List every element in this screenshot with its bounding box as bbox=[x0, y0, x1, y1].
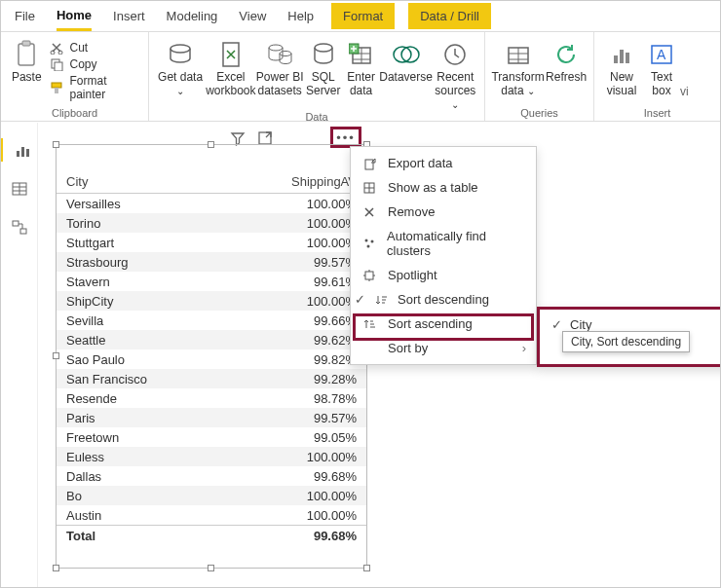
pbi-datasets-button[interactable]: Power BI datasets bbox=[256, 36, 304, 98]
total-label: Total bbox=[57, 526, 227, 546]
table-row[interactable]: Sao Paulo99.82% bbox=[57, 349, 366, 369]
excel-workbook-button[interactable]: Excel workbook bbox=[206, 36, 255, 98]
table-row[interactable]: ShipCity100.00% bbox=[57, 291, 366, 311]
tab-view[interactable]: View bbox=[239, 9, 266, 23]
table-row[interactable]: San Francisco99.28% bbox=[57, 369, 366, 388]
svg-rect-29 bbox=[20, 229, 26, 234]
sql-server-button[interactable]: SQL Server bbox=[304, 36, 343, 98]
table-row[interactable]: Torino100.00% bbox=[57, 213, 366, 233]
ctx-show-as-table[interactable]: Show as a table bbox=[351, 175, 536, 200]
recent-icon bbox=[440, 40, 470, 69]
col-header-shipping[interactable]: ShippingAV bbox=[227, 170, 366, 194]
report-view-icon bbox=[15, 141, 32, 159]
table-row[interactable]: Stuttgart100.00% bbox=[57, 233, 366, 252]
text-box-button[interactable]: A Text box bbox=[643, 36, 680, 98]
table-row[interactable]: Resende98.78% bbox=[57, 388, 366, 408]
new-visual-button[interactable]: New visual bbox=[600, 36, 643, 98]
paste-button[interactable]: Paste bbox=[7, 36, 46, 85]
table-row[interactable]: Paris99.57% bbox=[57, 408, 366, 427]
resize-handle[interactable] bbox=[363, 565, 370, 571]
tab-help[interactable]: Help bbox=[287, 9, 314, 23]
chevron-right-icon: › bbox=[522, 341, 526, 355]
sql-icon bbox=[309, 40, 338, 69]
tab-data-drill[interactable]: Data / Drill bbox=[408, 3, 491, 29]
svg-point-10 bbox=[269, 45, 283, 51]
table-row[interactable]: Versailles100.00% bbox=[57, 194, 366, 214]
dataverse-button[interactable]: Dataverse bbox=[380, 36, 433, 85]
ribbon-group-clipboard: Paste Cut Copy Format painter Clipboard bbox=[1, 32, 149, 121]
paste-icon bbox=[12, 40, 41, 69]
tooltip: City, Sort descending bbox=[562, 331, 690, 352]
report-canvas[interactable]: ••• City ShippingAV Versailles100.00%Tor… bbox=[38, 123, 720, 587]
ctx-find-clusters[interactable]: Automatically find clusters bbox=[351, 224, 536, 263]
dataverse-icon bbox=[392, 40, 421, 69]
copy-button[interactable]: Copy bbox=[50, 57, 142, 71]
transform-icon bbox=[504, 40, 533, 69]
table-row[interactable]: Freetown99.05% bbox=[57, 427, 366, 447]
tab-format[interactable]: Format bbox=[331, 3, 395, 29]
col-header-city[interactable]: City bbox=[57, 170, 227, 194]
format-painter-button[interactable]: Format painter bbox=[50, 74, 142, 101]
ctx-remove[interactable]: Remove bbox=[351, 200, 536, 224]
format-painter-icon bbox=[50, 81, 63, 94]
group-label-clipboard: Clipboard bbox=[7, 107, 142, 121]
table-row[interactable]: Austin100.00% bbox=[57, 505, 366, 526]
ctx-sort-by[interactable]: Sort by › bbox=[351, 336, 536, 360]
model-view-icon bbox=[11, 219, 28, 237]
table-row[interactable]: Strasbourg99.57% bbox=[57, 252, 366, 272]
ctx-sort-descending[interactable]: ✓ Sort descending bbox=[351, 287, 536, 312]
svg-rect-0 bbox=[19, 44, 34, 65]
truncated-label: vi bbox=[680, 36, 689, 98]
table-row[interactable]: Sevilla99.66% bbox=[57, 311, 366, 330]
svg-rect-7 bbox=[55, 88, 58, 93]
pbi-icon bbox=[265, 40, 294, 69]
recent-sources-button[interactable]: Recent sources ⌄ bbox=[433, 36, 478, 111]
resize-handle[interactable] bbox=[53, 352, 59, 359]
table-row[interactable]: Dallas99.68% bbox=[57, 466, 366, 486]
clusters-icon bbox=[360, 237, 377, 250]
transform-data-button[interactable]: Transform data ⌄ bbox=[491, 36, 545, 98]
table-row[interactable]: Stavern99.61% bbox=[57, 272, 366, 291]
view-rail bbox=[1, 123, 38, 587]
refresh-button[interactable]: Refresh bbox=[545, 36, 588, 85]
spotlight-icon bbox=[360, 269, 378, 282]
cut-button[interactable]: Cut bbox=[50, 41, 142, 55]
svg-rect-1 bbox=[22, 41, 30, 46]
tab-file[interactable]: File bbox=[15, 9, 35, 23]
report-view-button[interactable] bbox=[0, 138, 37, 162]
resize-handle[interactable] bbox=[53, 565, 59, 571]
ribbon-group-data: Get data ⌄ Excel workbook Power BI datas… bbox=[149, 32, 485, 121]
ctx-sort-ascending[interactable]: Sort ascending bbox=[351, 312, 536, 336]
svg-rect-6 bbox=[52, 83, 61, 88]
tab-insert[interactable]: Insert bbox=[113, 9, 145, 23]
resize-handle[interactable] bbox=[208, 141, 214, 148]
svg-rect-26 bbox=[26, 149, 29, 157]
ctx-export-data[interactable]: Export data bbox=[351, 151, 536, 175]
ribbon-group-queries: Transform data ⌄ Refresh Queries bbox=[485, 32, 594, 121]
table-visual[interactable]: City ShippingAV Versailles100.00%Torino1… bbox=[56, 144, 367, 569]
context-menu: Export data Show as a table Remove Autom… bbox=[350, 146, 537, 365]
resize-handle[interactable] bbox=[208, 565, 214, 571]
svg-point-15 bbox=[394, 47, 411, 62]
svg-rect-19 bbox=[614, 55, 618, 63]
excel-icon bbox=[216, 40, 246, 69]
tab-modeling[interactable]: Modeling bbox=[167, 9, 218, 23]
ribbon: Paste Cut Copy Format painter Clipboard bbox=[1, 32, 720, 122]
tab-home[interactable]: Home bbox=[57, 8, 92, 31]
enter-data-button[interactable]: Enter data bbox=[343, 36, 380, 98]
enter-data-icon bbox=[347, 40, 376, 69]
model-view-button[interactable] bbox=[8, 216, 31, 239]
ctx-spotlight[interactable]: Spotlight bbox=[351, 263, 536, 287]
group-label-insert: Insert bbox=[600, 107, 714, 121]
resize-handle[interactable] bbox=[53, 141, 59, 148]
new-visual-icon bbox=[607, 40, 636, 69]
data-view-button[interactable] bbox=[8, 177, 31, 201]
total-value: 99.68% bbox=[227, 526, 366, 546]
table-row[interactable]: Bo100.00% bbox=[57, 486, 366, 505]
table-row[interactable]: Seattle99.62% bbox=[57, 330, 366, 349]
table-row[interactable]: Euless100.00% bbox=[57, 447, 366, 466]
data-table: City ShippingAV Versailles100.00%Torino1… bbox=[57, 170, 366, 545]
get-data-button[interactable]: Get data ⌄ bbox=[155, 36, 206, 98]
svg-rect-21 bbox=[626, 53, 629, 63]
check-icon: ✓ bbox=[355, 292, 364, 307]
